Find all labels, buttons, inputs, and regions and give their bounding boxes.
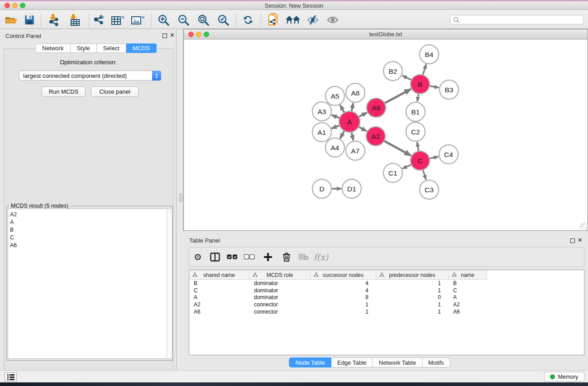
close-network-window-button[interactable] <box>188 32 194 37</box>
column-header-predecessor-nodes[interactable]: predecessor nodes <box>376 270 449 280</box>
select-all-button[interactable] <box>224 254 241 260</box>
graph-node-A3[interactable]: A3 <box>312 102 331 121</box>
table-cell[interactable]: 4 <box>311 287 376 294</box>
mcds-result-list[interactable]: A2ABCA6 <box>8 209 167 359</box>
window-resize-grip[interactable] <box>580 223 587 229</box>
graph-node-C2[interactable]: C2 <box>406 122 425 141</box>
import-table-button[interactable] <box>67 13 82 27</box>
add-column-button[interactable] <box>258 253 278 261</box>
graph-node-B[interactable]: B <box>411 75 430 94</box>
graph-edge-B-B3[interactable] <box>430 86 439 88</box>
table-cell[interactable]: A <box>449 294 487 300</box>
table-cell[interactable]: dominator <box>249 287 311 294</box>
table-row-B[interactable]: Bdominator41B <box>189 280 584 287</box>
table-cell[interactable]: 8 <box>311 294 376 300</box>
float-panel-icon[interactable] <box>163 33 167 38</box>
graph-node-D1[interactable]: D1 <box>342 179 361 198</box>
close-panel-icon[interactable]: ✕ <box>170 32 175 38</box>
table-cell[interactable]: 1 <box>376 280 449 286</box>
delete-column-button[interactable] <box>278 253 295 262</box>
zoom-network-window-button[interactable] <box>204 32 209 37</box>
graph-node-C1[interactable]: C1 <box>383 163 402 182</box>
table-settings-button[interactable]: ⚙ <box>189 252 206 262</box>
graph-node-A5[interactable]: A5 <box>325 86 344 105</box>
tab-select[interactable]: Select <box>97 43 126 53</box>
graph-edge-A-A6[interactable] <box>359 113 367 117</box>
zoom-selected-button[interactable] <box>215 13 231 27</box>
export-image-button[interactable] <box>130 13 145 27</box>
tab-network[interactable]: Network <box>35 43 71 53</box>
graph-edge-A2-C[interactable] <box>384 141 411 156</box>
show-graphics-details-button[interactable] <box>325 13 340 27</box>
table-cell[interactable]: A <box>189 294 249 300</box>
close-window-button[interactable] <box>5 3 10 8</box>
hide-graphics-details-button[interactable] <box>305 13 320 27</box>
graph-edge-B-B4[interactable] <box>423 64 426 75</box>
graph-edge-A-A3[interactable] <box>332 115 339 118</box>
column-header-shared-name[interactable]: shared name <box>189 270 249 280</box>
graph-node-C4[interactable]: C4 <box>439 145 458 164</box>
tab-motifs[interactable]: Motifs <box>422 357 450 367</box>
open-session-button[interactable] <box>4 13 19 27</box>
graph-edge-B-B2[interactable] <box>402 76 411 80</box>
table-row-A[interactable]: Adominator80A <box>189 294 584 301</box>
graph-node-A7[interactable]: A7 <box>346 141 365 160</box>
graph-edge-A-A4[interactable] <box>340 131 344 138</box>
graph-edge-C-C1[interactable] <box>402 165 411 169</box>
table-row-A6[interactable]: A6connector11A6 <box>189 308 584 315</box>
import-network-button[interactable] <box>47 13 62 27</box>
table-cell[interactable]: 1 <box>376 287 449 294</box>
home-button[interactable] <box>285 13 301 27</box>
table-cell[interactable]: B <box>189 280 249 286</box>
split-table-button[interactable] <box>206 253 224 262</box>
graph-node-A6[interactable]: A6 <box>367 98 386 117</box>
table-cell[interactable]: 4 <box>311 280 376 286</box>
table-cell[interactable]: C <box>449 287 487 294</box>
panel-splitter-handle-vertical[interactable] <box>179 194 182 202</box>
deselect-all-button[interactable] <box>241 254 258 260</box>
graph-node-A[interactable]: A <box>339 111 360 132</box>
zoom-fit-button[interactable] <box>196 13 211 27</box>
graph-edge-B-B1[interactable] <box>417 94 419 102</box>
delete-table-button[interactable] <box>295 253 312 261</box>
graph-edge-C-C3[interactable] <box>423 170 426 180</box>
table-cell[interactable]: A6 <box>189 309 249 315</box>
export-table-button[interactable] <box>110 13 125 27</box>
refresh-button[interactable] <box>240 13 256 27</box>
graph-node-C3[interactable]: C3 <box>420 180 439 199</box>
show-panel-list-button[interactable] <box>5 372 17 381</box>
graph-edge-A-A2[interactable] <box>359 127 367 131</box>
minimize-network-window-button[interactable] <box>196 32 201 37</box>
graph-node-A8[interactable]: A8 <box>346 83 365 102</box>
graph-node-B3[interactable]: B3 <box>440 80 459 99</box>
table-cell[interactable]: 1 <box>376 309 449 315</box>
tab-network-table[interactable]: Network Table <box>373 357 422 367</box>
tab-style[interactable]: Style <box>71 43 97 53</box>
float-table-panel-icon[interactable] <box>570 238 575 243</box>
memory-button[interactable]: Memory <box>544 372 584 381</box>
table-cell[interactable]: dominator <box>249 294 311 300</box>
zoom-out-button[interactable] <box>176 13 191 27</box>
graph-node-D[interactable]: D <box>312 179 331 198</box>
graph-edge-C-C4[interactable] <box>430 157 438 158</box>
minimize-window-button[interactable] <box>12 3 18 8</box>
table-cell[interactable]: A2 <box>189 301 249 308</box>
zoom-window-button[interactable] <box>20 3 25 8</box>
zoom-in-button[interactable] <box>156 13 171 27</box>
optimization-criterion-dropdown[interactable]: largest connected component (directed) ▲… <box>19 71 161 81</box>
table-cell[interactable]: C <box>189 287 249 294</box>
mcds-result-scrollbar[interactable] <box>167 209 172 359</box>
table-cell[interactable]: connector <box>249 301 311 308</box>
tab-node-table[interactable]: Node Table <box>289 357 331 367</box>
table-cell[interactable]: 1 <box>376 301 449 308</box>
graph-node-A4[interactable]: A4 <box>325 138 344 157</box>
column-header-name[interactable]: name <box>449 270 487 280</box>
tab-mcds[interactable]: MCDS <box>126 43 157 53</box>
graph-edge-A-A5[interactable] <box>340 105 344 112</box>
graph-edge-A-A7[interactable] <box>352 133 354 141</box>
export-network-button[interactable] <box>91 13 106 27</box>
graph-edge-A-A8[interactable] <box>352 103 354 111</box>
network-window-titlebar[interactable]: testGlobe.txt <box>184 29 588 39</box>
close-panel-button[interactable]: Close panel <box>91 86 139 97</box>
column-header-successor-nodes[interactable]: successor nodes <box>311 270 376 280</box>
